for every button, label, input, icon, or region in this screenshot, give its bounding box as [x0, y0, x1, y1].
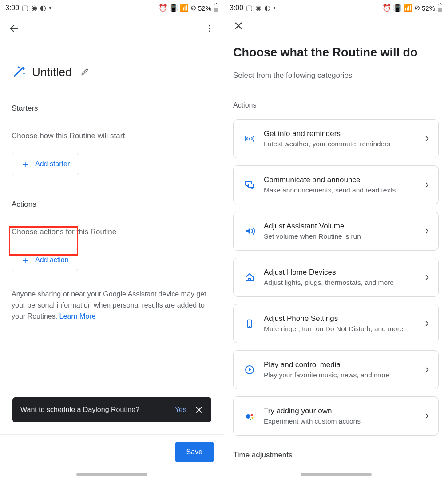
vibrate-icon: 📳 [393, 4, 402, 12]
wifi-icon: 📶 [404, 4, 412, 12]
action-category-card[interactable]: Play and control mediaPlay your favorite… [233, 350, 439, 389]
status-time: 3:00 [230, 4, 243, 12]
status-bar: 3:00 ▢ ◉ ◐ • ⏰ 📳 📶 ⊘ 52% [0, 0, 224, 16]
chat-icon [242, 180, 258, 190]
status-time: 3:00 [5, 4, 19, 12]
save-button[interactable]: Save [175, 442, 214, 462]
chevron-right-icon [424, 182, 430, 188]
starters-section-label: Starters [12, 104, 212, 113]
bottom-action-bar: Save [0, 434, 224, 462]
learn-more-link[interactable]: Learn More [59, 312, 96, 320]
home-icon [242, 272, 258, 283]
time-adjustments-section-label: Time adjustments [233, 451, 439, 460]
battery-icon [214, 4, 218, 12]
app-bar [224, 16, 448, 36]
category-title: Adjust Phone Settings [264, 314, 424, 323]
phone-icon [242, 319, 258, 328]
svg-point-3 [209, 31, 210, 32]
app-bar [0, 16, 224, 41]
category-title: Adjust Assistant Volume [264, 222, 424, 231]
disclaimer-text: Anyone sharing or near your Google Assis… [12, 289, 212, 322]
category-subtitle: Latest weather, your commute, reminders [264, 140, 424, 148]
snackbar-close-button[interactable] [194, 405, 203, 414]
battery-percent: 52% [198, 4, 211, 12]
action-category-card[interactable]: Get info and remindersLatest weather, yo… [233, 119, 439, 158]
close-icon [234, 21, 243, 31]
pencil-icon [81, 68, 89, 76]
chevron-right-icon [424, 136, 430, 142]
category-title: Play and control media [264, 360, 424, 369]
dnd-icon: ⊘ [190, 4, 196, 12]
svg-rect-13 [249, 278, 250, 281]
alarm-icon: ⏰ [159, 4, 167, 12]
action-category-card[interactable]: Adjust Home DevicesAdjust lights, plugs,… [233, 258, 439, 297]
actions-subtitle: Choose actions for this Routine [12, 228, 212, 236]
category-subtitle: Play your favorite music, news, and more [264, 371, 424, 379]
messenger-indicator-icon: ◉ [31, 4, 37, 12]
actions-section-label: Actions [12, 200, 212, 209]
close-icon [194, 405, 203, 414]
action-category-card[interactable]: Adjust Phone SettingsMute ringer, turn o… [233, 304, 439, 343]
svg-marker-12 [246, 228, 250, 235]
svg-rect-11 [249, 184, 254, 188]
add-action-button[interactable]: ＋ Add action [12, 249, 78, 271]
svg-point-18 [246, 414, 250, 419]
app-indicator-icon: ◐ [40, 4, 46, 12]
app-indicator-icon: ◐ [264, 4, 270, 12]
page-title: Choose what the Routine will do [233, 45, 439, 60]
schedule-snackbar: Want to schedule a Daylong Routine? Yes [12, 397, 211, 422]
category-subtitle: Set volume when Routine is run [264, 232, 424, 240]
action-category-card[interactable]: Adjust Assistant VolumeSet volume when R… [233, 212, 439, 251]
more-indicator-icon: • [49, 4, 52, 12]
category-title: Get info and reminders [264, 129, 424, 138]
alarm-icon: ⏰ [382, 4, 391, 12]
disclaimer-body: Anyone sharing or near your Google Assis… [12, 290, 206, 320]
routine-name: Untitled [32, 65, 72, 79]
category-title: Communicate and announce [264, 176, 424, 184]
chevron-right-icon [424, 228, 430, 234]
plus-icon: ＋ [21, 160, 30, 168]
plus-icon: ＋ [21, 256, 30, 264]
svg-point-9 [249, 138, 250, 140]
category-title: Try adding your own [264, 407, 424, 416]
svg-marker-17 [249, 368, 251, 372]
svg-point-19 [251, 414, 253, 416]
category-subtitle: Mute ringer, turn on Do Not Disturb, and… [264, 325, 424, 333]
arrow-back-icon [9, 23, 20, 34]
action-category-card[interactable]: Try adding your ownExperiment with custo… [233, 396, 439, 436]
action-category-card[interactable]: Communicate and announceMake announcemen… [233, 165, 439, 204]
chevron-right-icon [424, 320, 430, 327]
nav-pill[interactable] [301, 473, 372, 476]
photos-indicator-icon: ▢ [246, 4, 253, 12]
play-icon [242, 364, 258, 375]
broadcast-icon [242, 133, 258, 144]
add-starter-label: Add starter [35, 160, 70, 168]
snackbar-yes-button[interactable]: Yes [167, 406, 194, 414]
starters-subtitle: Choose how this Routine will start [12, 132, 212, 140]
category-title: Adjust Home Devices [264, 268, 424, 277]
page-subtitle: Select from the following categories [233, 71, 439, 80]
choose-action-screen: 3:00 ▢ ◉ ◐ • ⏰ 📳 📶 ⊘ 52% Choose what the… [224, 0, 448, 480]
svg-point-2 [209, 28, 210, 29]
chevron-right-icon [424, 413, 430, 419]
routine-editor-screen: 3:00 ▢ ◉ ◐ • ⏰ 📳 📶 ⊘ 52% [0, 0, 224, 480]
nav-pill[interactable] [76, 473, 147, 476]
category-subtitle: Make announcements, send and read texts [264, 186, 424, 194]
magic-wand-icon [12, 65, 26, 79]
assistant-icon [242, 411, 258, 421]
status-bar: 3:00 ▢ ◉ ◐ • ⏰ 📳 📶 ⊘ 52% [224, 0, 448, 16]
add-starter-button[interactable]: ＋ Add starter [12, 153, 79, 175]
chevron-right-icon [424, 367, 430, 373]
back-button[interactable] [4, 19, 24, 38]
svg-point-20 [252, 417, 254, 419]
overflow-menu-button[interactable] [200, 19, 219, 38]
close-button[interactable] [229, 16, 248, 36]
chevron-right-icon [424, 274, 430, 280]
svg-point-21 [250, 419, 251, 420]
dnd-icon: ⊘ [414, 4, 420, 12]
battery-percent: 52% [422, 4, 435, 12]
wifi-icon: 📶 [180, 4, 189, 12]
more-indicator-icon: • [273, 4, 276, 12]
rename-button[interactable] [78, 65, 91, 79]
actions-section-label: Actions [233, 101, 439, 109]
